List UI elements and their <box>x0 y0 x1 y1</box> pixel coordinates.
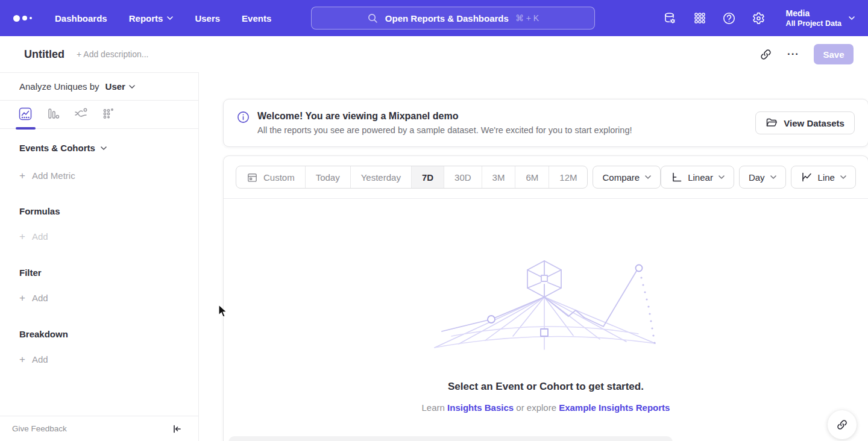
plus-icon: + <box>19 231 25 243</box>
add-breakdown-button[interactable]: + Add <box>0 354 198 366</box>
range-12m[interactable]: 12M <box>549 166 587 188</box>
share-link-fab[interactable] <box>828 410 857 439</box>
range-30d[interactable]: 30D <box>444 166 482 188</box>
chevron-down-icon <box>129 85 135 89</box>
range-6m[interactable]: 6M <box>515 166 549 188</box>
nav-dashboards[interactable]: Dashboards <box>55 13 107 23</box>
help-icon[interactable] <box>722 11 737 25</box>
scale-dropdown[interactable]: Linear <box>661 166 734 189</box>
linear-axes-icon <box>670 171 682 183</box>
range-3m-label: 3M <box>492 172 505 183</box>
add-formula-label: Add <box>32 231 48 243</box>
add-filter-button[interactable]: + Add <box>0 292 198 304</box>
global-search[interactable]: Open Reports & Dashboards ⌘ + K <box>311 7 595 30</box>
save-button[interactable]: Save <box>814 44 854 64</box>
range-30d-label: 30D <box>454 172 471 183</box>
more-options-icon[interactable]: ··· <box>786 47 800 61</box>
flows-icon <box>74 107 88 121</box>
banner-title: Welcome! You are viewing a Mixpanel demo <box>257 110 632 122</box>
visualization-tabs <box>0 100 198 129</box>
tab-flows-chart[interactable] <box>74 107 101 121</box>
plus-icon: + <box>19 170 25 182</box>
add-metric-label: Add Metric <box>32 170 75 182</box>
range-12m-label: 12M <box>559 172 577 183</box>
settings-gear-icon[interactable] <box>752 11 766 25</box>
example-reports-link[interactable]: Example Insights Reports <box>559 402 670 413</box>
date-range-group: Custom Today Yesterday 7D 30D 3M 6M 12M <box>236 166 588 189</box>
search-shortcut: ⌘ + K <box>515 13 539 23</box>
analyze-by-dropdown[interactable]: User <box>105 81 135 92</box>
nav-dashboards-label: Dashboards <box>55 13 107 23</box>
collapse-sidebar-icon[interactable] <box>171 423 183 435</box>
add-formula-button[interactable]: + Add <box>0 231 198 243</box>
copy-link-icon[interactable] <box>758 47 773 61</box>
compare-label: Compare <box>602 172 640 183</box>
main-content: Welcome! You are viewing a Mixpanel demo… <box>199 72 868 441</box>
data-management-icon[interactable] <box>663 11 678 25</box>
tab-bar-chart[interactable] <box>46 107 74 121</box>
add-description[interactable]: + Add description... <box>77 49 148 59</box>
range-3m[interactable]: 3M <box>482 166 515 188</box>
tab-insights-chart[interactable] <box>18 107 46 121</box>
explore-text: or explore <box>516 402 556 413</box>
insights-basics-link[interactable]: Insights Basics <box>447 402 514 413</box>
bar-chart-icon <box>46 107 60 121</box>
project-switcher[interactable]: Media All Project Data <box>786 8 855 28</box>
range-yesterday[interactable]: Yesterday <box>350 166 411 188</box>
interval-dropdown[interactable]: Day <box>739 166 786 189</box>
chart-controls: Custom Today Yesterday 7D 30D 3M 6M 12M … <box>224 156 868 198</box>
range-custom[interactable]: Custom <box>236 166 305 188</box>
nav-events[interactable]: Events <box>242 13 271 23</box>
formulas-title: Formulas <box>19 205 60 217</box>
learn-prefix: Learn <box>422 402 445 413</box>
bottom-panel-edge <box>228 436 673 441</box>
banner-subtitle: All the reports you see are powered by a… <box>257 124 632 136</box>
interval-label: Day <box>749 172 765 183</box>
nav-events-label: Events <box>242 13 271 23</box>
range-today[interactable]: Today <box>305 166 350 188</box>
apps-grid-icon[interactable] <box>693 11 707 25</box>
chart-type-dropdown[interactable]: Line <box>791 166 856 189</box>
chevron-down-icon <box>645 175 651 179</box>
line-chart-icon <box>800 171 813 183</box>
nav-users[interactable]: Users <box>195 13 220 23</box>
add-metric-button[interactable]: + Add Metric <box>0 170 198 182</box>
analyze-prefix-label: Analyze Uniques by <box>19 81 99 92</box>
analyze-by-value: User <box>105 81 125 92</box>
chevron-down-icon[interactable] <box>101 146 107 150</box>
project-scope: All Project Data <box>786 19 841 28</box>
breakdown-title: Breakdown <box>19 328 68 340</box>
report-card: Custom Today Yesterday 7D 30D 3M 6M 12M … <box>223 155 868 441</box>
range-7d[interactable]: 7D <box>411 166 444 188</box>
add-filter-label: Add <box>32 292 48 304</box>
dots-grid-icon <box>101 107 116 121</box>
welcome-banner: Welcome! You are viewing a Mixpanel demo… <box>223 99 868 147</box>
view-datasets-label: View Datasets <box>784 118 844 128</box>
chevron-down-icon <box>840 175 846 179</box>
plus-icon: + <box>19 354 25 366</box>
mixpanel-logo[interactable] <box>13 15 32 22</box>
empty-state: Select an Event or Cohort to get started… <box>224 199 868 413</box>
range-today-label: Today <box>316 172 340 183</box>
nav-users-label: Users <box>195 13 220 23</box>
give-feedback-link[interactable]: Give Feedback <box>12 424 67 433</box>
add-breakdown-label: Add <box>32 354 48 366</box>
tab-metrics-grid[interactable] <box>101 107 129 121</box>
calendar-icon <box>247 172 258 183</box>
project-name: Media <box>786 8 841 19</box>
compare-button[interactable]: Compare <box>593 166 661 189</box>
empty-state-title: Select an Event or Cohort to get started… <box>448 381 644 393</box>
folder-icon <box>766 117 778 129</box>
range-6m-label: 6M <box>526 172 538 183</box>
empty-state-illustration <box>433 259 658 351</box>
link-icon <box>836 419 848 431</box>
plus-icon: + <box>19 292 25 304</box>
view-datasets-button[interactable]: View Datasets <box>755 111 855 134</box>
range-custom-label: Custom <box>263 172 295 183</box>
filter-title: Filter <box>19 267 42 279</box>
report-header: Untitled + Add description... ··· Save <box>0 36 868 72</box>
range-7d-label: 7D <box>422 172 433 183</box>
range-yesterday-label: Yesterday <box>361 172 401 183</box>
nav-reports[interactable]: Reports <box>129 13 174 23</box>
report-title[interactable]: Untitled <box>24 48 64 61</box>
